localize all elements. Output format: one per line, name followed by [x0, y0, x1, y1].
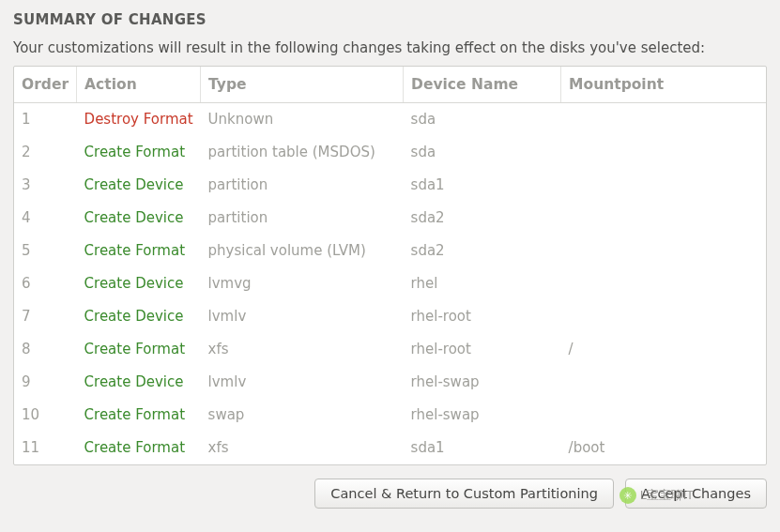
table-row[interactable]: 3Create Devicepartitionsda1 [14, 169, 766, 202]
col-header-order[interactable]: Order [14, 67, 77, 103]
table-row[interactable]: 2Create Formatpartition table (MSDOS)sda [14, 136, 766, 169]
cancel-button[interactable]: Cancel & Return to Custom Partitioning [314, 479, 614, 509]
cell-action: Create Format [77, 333, 201, 366]
cell-action: Create Format [77, 399, 201, 432]
col-header-mount[interactable]: Mountpoint [561, 67, 766, 103]
cell-mount: / [561, 333, 766, 366]
table-row[interactable]: 10Create Formatswaprhel-swap [14, 399, 766, 432]
cell-mount [561, 267, 766, 300]
cell-order: 1 [14, 103, 77, 136]
cell-order: 7 [14, 300, 77, 333]
cell-action: Create Device [77, 366, 201, 399]
cell-mount [561, 366, 766, 399]
cell-type: xfs [201, 333, 404, 366]
cell-type: partition table (MSDOS) [201, 136, 404, 169]
cell-type: lvmlv [201, 366, 404, 399]
table-row[interactable]: 8Create Formatxfsrhel-root/ [14, 333, 766, 366]
cell-device: rhel-root [404, 333, 561, 366]
changes-table-container: Order Action Type Device Name Mountpoint… [13, 66, 767, 465]
cell-mount [561, 300, 766, 333]
cell-mount [561, 169, 766, 202]
cell-action: Create Device [77, 267, 201, 300]
cell-device: sda1 [404, 169, 561, 202]
cell-device: sda [404, 103, 561, 136]
cell-mount: /boot [561, 432, 766, 464]
cell-type: swap [201, 399, 404, 432]
cell-device: rhel [404, 267, 561, 300]
cell-action: Create Format [77, 432, 201, 464]
cell-order: 5 [14, 235, 77, 267]
cell-device: sda [404, 136, 561, 169]
cell-type: lvmlv [201, 300, 404, 333]
cell-action: Create Device [77, 169, 201, 202]
cell-order: 3 [14, 169, 77, 202]
cell-device: rhel-swap [404, 366, 561, 399]
cell-order: 10 [14, 399, 77, 432]
col-header-action[interactable]: Action [77, 67, 201, 103]
dialog-subtitle: Your customizations will result in the f… [13, 39, 767, 56]
cell-type: physical volume (LVM) [201, 235, 404, 267]
cell-mount [561, 136, 766, 169]
cell-mount [561, 235, 766, 267]
cell-action: Create Format [77, 235, 201, 267]
table-row[interactable]: 7Create Devicelvmlvrhel-root [14, 300, 766, 333]
cell-action: Create Format [77, 136, 201, 169]
changes-table: Order Action Type Device Name Mountpoint… [14, 67, 766, 464]
cell-device: rhel-root [404, 300, 561, 333]
table-row[interactable]: 6Create Devicelvmvgrhel [14, 267, 766, 300]
table-header-row: Order Action Type Device Name Mountpoint [14, 67, 766, 103]
table-row[interactable]: 11Create Formatxfssda1/boot [14, 432, 766, 464]
cell-action: Create Device [77, 300, 201, 333]
cell-mount [561, 399, 766, 432]
cell-device: sda1 [404, 432, 561, 464]
cell-action: Destroy Format [77, 103, 201, 136]
cell-type: lvmvg [201, 267, 404, 300]
cell-mount [561, 202, 766, 235]
cell-device: sda2 [404, 202, 561, 235]
table-row[interactable]: 1Destroy FormatUnknownsda [14, 103, 766, 136]
cell-order: 4 [14, 202, 77, 235]
table-row[interactable]: 5Create Formatphysical volume (LVM)sda2 [14, 235, 766, 267]
col-header-device[interactable]: Device Name [404, 67, 561, 103]
cell-device: sda2 [404, 235, 561, 267]
cell-order: 6 [14, 267, 77, 300]
cell-type: partition [201, 169, 404, 202]
cell-mount [561, 103, 766, 136]
cell-order: 8 [14, 333, 77, 366]
cell-type: xfs [201, 432, 404, 464]
cell-order: 11 [14, 432, 77, 464]
cell-order: 2 [14, 136, 77, 169]
cell-device: rhel-swap [404, 399, 561, 432]
col-header-type[interactable]: Type [201, 67, 404, 103]
cell-action: Create Device [77, 202, 201, 235]
cell-type: Unknown [201, 103, 404, 136]
cell-order: 9 [14, 366, 77, 399]
accept-button[interactable]: Accept Changes [625, 479, 767, 509]
table-row[interactable]: 4Create Devicepartitionsda2 [14, 202, 766, 235]
dialog-title: SUMMARY OF CHANGES [13, 11, 767, 28]
dialog-button-row: Cancel & Return to Custom Partitioning A… [13, 479, 767, 509]
cell-type: partition [201, 202, 404, 235]
table-row[interactable]: 9Create Devicelvmlvrhel-swap [14, 366, 766, 399]
